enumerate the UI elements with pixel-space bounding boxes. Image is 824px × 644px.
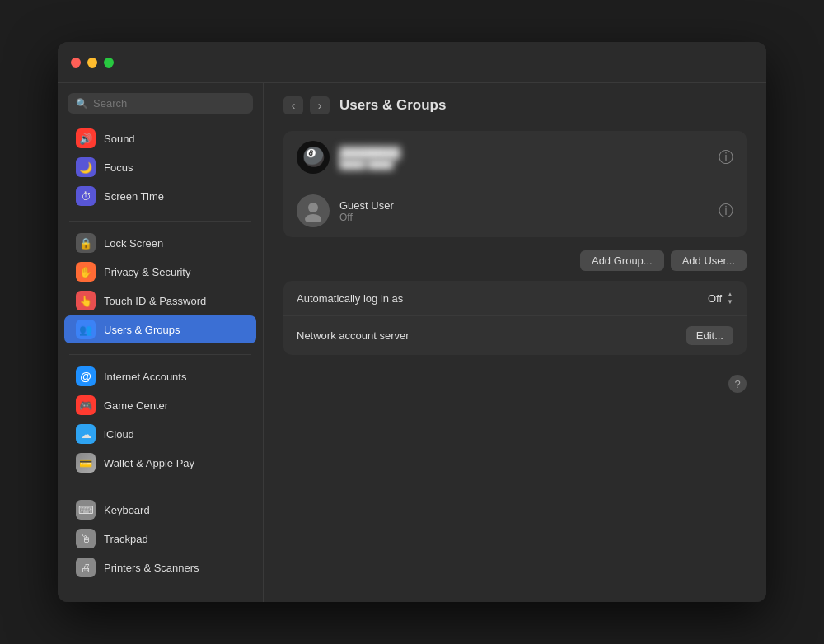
autologin-row: Automatically log in as Off ▲ ▼: [283, 281, 747, 316]
sidebar-item-label: Lock Screen: [104, 237, 163, 250]
add-group-button[interactable]: Add Group...: [580, 250, 664, 271]
autologin-label: Automatically log in as: [297, 292, 708, 305]
sidebar-item-privacy[interactable]: ✋ Privacy & Security: [64, 258, 256, 286]
main-window: 🔍 🔊 Sound 🌙 Focus ⏱ Screen Time: [58, 42, 766, 602]
sidebar-group-3: @ Internet Accounts 🎮 Game Center ☁ iClo…: [58, 362, 263, 478]
sidebar-item-label: Internet Accounts: [104, 371, 186, 383]
touchid-icon: 👆: [76, 291, 96, 310]
users-icon: 👥: [76, 320, 96, 339]
table-row[interactable]: Guest User Off ⓘ: [283, 184, 747, 237]
nav-header: ‹ › Users & Groups: [283, 96, 747, 114]
settings-panel: Automatically log in as Off ▲ ▼ Network …: [283, 281, 747, 355]
sidebar-item-label: Printers & Scanners: [104, 562, 199, 574]
main-content: ‹ › Users & Groups 🎱 ████████ ████ ████ …: [264, 83, 766, 602]
back-button[interactable]: ‹: [283, 96, 303, 114]
lockscreen-icon: 🔒: [76, 233, 96, 253]
sidebar-item-gamecenter[interactable]: 🎮 Game Center: [64, 391, 256, 419]
page-title: Users & Groups: [339, 97, 446, 114]
sidebar-item-focus[interactable]: 🌙 Focus: [64, 153, 256, 181]
users-panel: 🎱 ████████ ████ ████ ⓘ: [283, 131, 747, 237]
avatar: 🎱: [297, 141, 330, 174]
sidebar-group-2: 🔒 Lock Screen ✋ Privacy & Security 👆 Tou…: [58, 228, 263, 344]
svg-point-0: [308, 203, 318, 212]
sidebar-item-trackpad[interactable]: 🖱 Trackpad: [64, 525, 256, 553]
sidebar-item-label: Privacy & Security: [104, 266, 190, 278]
sidebar-item-label: Touch ID & Password: [104, 295, 206, 307]
screentime-icon: ⏱: [76, 186, 96, 206]
sidebar-item-touchid[interactable]: 👆 Touch ID & Password: [64, 287, 256, 315]
guest-info-button[interactable]: ⓘ: [719, 203, 733, 218]
sidebar-group-1: 🔊 Sound 🌙 Focus ⏱ Screen Time: [58, 124, 263, 211]
add-user-button[interactable]: Add User...: [671, 250, 747, 271]
sidebar-item-icloud[interactable]: ☁ iCloud: [64, 420, 256, 448]
sidebar-item-lockscreen[interactable]: 🔒 Lock Screen: [64, 229, 256, 257]
search-input[interactable]: [93, 97, 245, 110]
divider-1: [69, 221, 251, 222]
sidebar-item-keyboard[interactable]: ⌨ Keyboard: [64, 496, 256, 524]
close-button[interactable]: [71, 58, 81, 68]
sidebar-item-wallet[interactable]: 💳 Wallet & Apple Pay: [64, 449, 256, 477]
user-name: Guest User: [339, 199, 709, 212]
user-info: Guest User Off: [339, 199, 709, 223]
gamecenter-icon: 🎮: [76, 395, 96, 415]
sidebar-item-label: Wallet & Apple Pay: [104, 457, 194, 469]
edit-button[interactable]: Edit...: [686, 326, 733, 345]
svg-point-1: [305, 214, 321, 222]
autologin-value: Off ▲ ▼: [708, 291, 733, 306]
help-button[interactable]: ?: [728, 375, 747, 393]
forward-button[interactable]: ›: [310, 96, 330, 114]
user-role: ████ ████: [339, 159, 709, 169]
sidebar-item-label: iCloud: [104, 428, 134, 441]
titlebar: [58, 42, 766, 83]
focus-icon: 🌙: [76, 157, 96, 177]
maximize-button[interactable]: [104, 58, 114, 68]
sidebar-item-internet[interactable]: @ Internet Accounts: [64, 362, 256, 390]
keyboard-icon: ⌨: [76, 500, 96, 520]
user-info: ████████ ████ ████: [339, 147, 709, 169]
sidebar-item-users[interactable]: 👥 Users & Groups: [64, 315, 256, 343]
user-name: ████████: [339, 147, 709, 159]
search-bar[interactable]: 🔍: [68, 93, 253, 114]
sidebar: 🔍 🔊 Sound 🌙 Focus ⏱ Screen Time: [58, 83, 264, 602]
user-info-button[interactable]: ⓘ: [719, 150, 733, 165]
sidebar-group-4: ⌨ Keyboard 🖱 Trackpad 🖨 Printers & Scann…: [58, 495, 263, 582]
printers-icon: 🖨: [76, 558, 96, 577]
autologin-current: Off: [708, 292, 722, 305]
minimize-button[interactable]: [87, 58, 97, 68]
trackpad-icon: 🖱: [76, 529, 96, 548]
search-icon: 🔍: [76, 98, 88, 110]
sound-icon: 🔊: [76, 128, 96, 148]
network-account-row: Network account server Edit...: [283, 316, 747, 355]
wallet-icon: 💳: [76, 453, 96, 473]
internet-icon: @: [76, 366, 96, 386]
sidebar-item-label: Trackpad: [104, 533, 148, 545]
sidebar-item-label: Game Center: [104, 399, 168, 412]
sidebar-item-label: Users & Groups: [104, 324, 180, 336]
sidebar-item-label: Keyboard: [104, 504, 150, 516]
icloud-icon: ☁: [76, 424, 96, 444]
privacy-icon: ✋: [76, 262, 96, 282]
sidebar-item-label: Focus: [104, 161, 133, 174]
action-buttons: Add Group... Add User...: [283, 250, 747, 271]
content-area: 🔍 🔊 Sound 🌙 Focus ⏱ Screen Time: [58, 83, 766, 602]
stepper-arrows[interactable]: ▲ ▼: [727, 291, 733, 306]
sidebar-item-sound[interactable]: 🔊 Sound: [64, 124, 256, 152]
table-row[interactable]: 🎱 ████████ ████ ████ ⓘ: [283, 131, 747, 184]
network-account-label: Network account server: [297, 329, 686, 342]
user-role: Off: [339, 212, 709, 223]
divider-2: [69, 354, 251, 355]
avatar: [297, 194, 330, 227]
sidebar-item-printers[interactable]: 🖨 Printers & Scanners: [64, 553, 256, 581]
sidebar-item-screentime[interactable]: ⏱ Screen Time: [64, 182, 256, 210]
sidebar-item-label: Screen Time: [104, 190, 164, 203]
divider-3: [69, 488, 251, 488]
sidebar-item-label: Sound: [104, 133, 135, 145]
